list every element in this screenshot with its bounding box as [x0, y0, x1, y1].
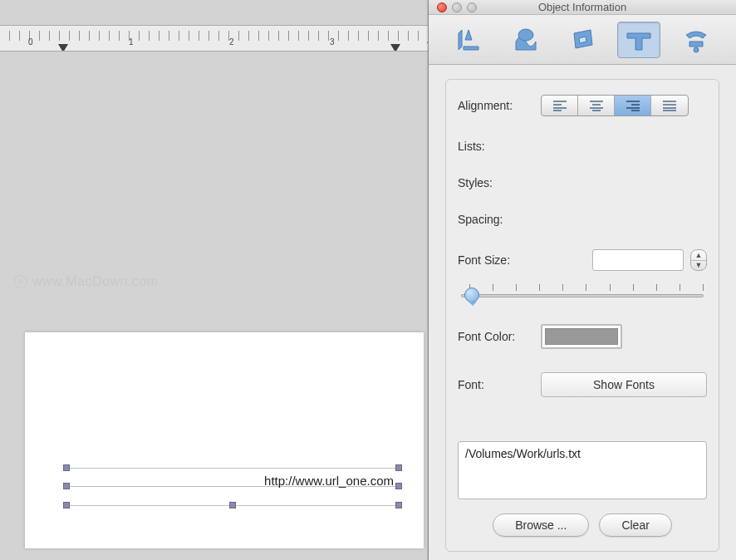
align-left-icon: [552, 100, 567, 111]
page[interactable]: http://www.url_one.com: [25, 332, 424, 548]
close-window-button[interactable]: [437, 2, 447, 12]
inspector-image-icon[interactable]: [561, 22, 604, 58]
path-buttons-row: Browse ... Clear: [458, 513, 707, 537]
styles-label: Styles:: [458, 176, 541, 189]
lists-label: Lists:: [458, 140, 541, 153]
selection-handle[interactable]: [229, 502, 236, 508]
align-right-button[interactable]: [615, 96, 651, 115]
canvas-area: 0 1 2 3 4 www.MacDown.com http://www.url…: [0, 0, 429, 560]
stepper-down-icon[interactable]: ▼: [691, 261, 706, 271]
textbox-content[interactable]: http://www.url_one.com: [264, 474, 394, 488]
align-center-button[interactable]: [578, 96, 615, 115]
font-size-label: Font Size:: [458, 253, 541, 267]
ruler-mark: 4: [427, 37, 428, 47]
ruler-indent-left[interactable]: [58, 44, 68, 52]
font-size-stepper[interactable]: ▲ ▼: [690, 249, 707, 271]
watermark: www.MacDown.com: [13, 274, 159, 289]
clear-button-label: Clear: [621, 518, 649, 532]
horizontal-ruler[interactable]: 0 1 2 3 4: [0, 25, 428, 52]
slider-bar: [461, 294, 704, 297]
align-justify-icon: [662, 100, 677, 111]
clear-button[interactable]: Clear: [599, 513, 671, 537]
font-size-slider[interactable]: [461, 284, 704, 301]
show-fonts-button[interactable]: Show Fonts: [541, 372, 707, 397]
align-justify-button[interactable]: [651, 96, 688, 115]
font-size-field[interactable]: [592, 249, 684, 271]
selection-handle[interactable]: [395, 502, 402, 508]
ruler-mark: 2: [229, 37, 234, 47]
ruler-mark: 1: [129, 37, 134, 47]
inspector-panel: Object Information: [429, 0, 736, 560]
slider-thumb[interactable]: [464, 287, 479, 302]
font-size-row: Font Size: ▲ ▼: [458, 249, 707, 271]
align-center-icon: [589, 100, 604, 111]
alignment-row: Alignment:: [458, 95, 707, 116]
zoom-window-button[interactable]: [467, 2, 477, 12]
selection-handle[interactable]: [63, 502, 70, 508]
selection-handle[interactable]: [395, 464, 402, 471]
watermark-text: www.MacDown.com: [32, 274, 159, 289]
stepper-up-icon[interactable]: ▲: [691, 250, 706, 261]
inspector-wrap-icon[interactable]: [675, 22, 718, 58]
font-color-label: Font Color:: [458, 330, 541, 343]
inspector-fill-icon[interactable]: [504, 22, 547, 58]
titlebar[interactable]: Object Information: [429, 0, 736, 15]
inspector-tab-toolbar: [429, 15, 736, 65]
browse-button[interactable]: Browse ...: [493, 513, 589, 537]
textbox-border: [66, 468, 399, 469]
ruler-indent-right[interactable]: [390, 44, 400, 52]
styles-row: Styles:: [458, 176, 707, 189]
svg-point-2: [694, 47, 699, 52]
ruler-mark: 0: [28, 37, 33, 47]
spacing-row: Spacing:: [458, 213, 707, 226]
inspector-text-icon[interactable]: [617, 22, 660, 58]
selection-handle[interactable]: [395, 483, 402, 489]
download-icon: [13, 274, 28, 289]
alignment-segmented: [541, 95, 689, 116]
font-label: Font:: [458, 378, 541, 391]
lists-row: Lists:: [458, 140, 707, 153]
ruler-mark: 3: [330, 37, 335, 47]
align-right-icon: [626, 100, 640, 111]
source-path-field[interactable]: [458, 441, 707, 499]
selected-textbox[interactable]: http://www.url_one.com: [66, 465, 399, 507]
svg-point-1: [518, 29, 533, 41]
slider-ticks: [469, 284, 704, 292]
show-fonts-label: Show Fonts: [593, 378, 655, 391]
minimize-window-button[interactable]: [452, 2, 462, 12]
selection-handle[interactable]: [63, 464, 70, 471]
inspector-geometry-icon[interactable]: [447, 22, 490, 58]
font-color-well[interactable]: [541, 324, 622, 349]
font-color-swatch: [545, 328, 618, 345]
align-left-button[interactable]: [542, 96, 578, 115]
alignment-label: Alignment:: [458, 99, 541, 112]
font-size-slider-row: [458, 284, 707, 301]
browse-button-label: Browse ...: [515, 518, 567, 532]
font-color-row: Font Color:: [458, 324, 707, 349]
selection-handle[interactable]: [63, 483, 70, 489]
inspector-body: Alignment:: [445, 79, 719, 552]
font-row: Font: Show Fonts: [458, 372, 707, 397]
spacing-label: Spacing:: [458, 213, 541, 226]
